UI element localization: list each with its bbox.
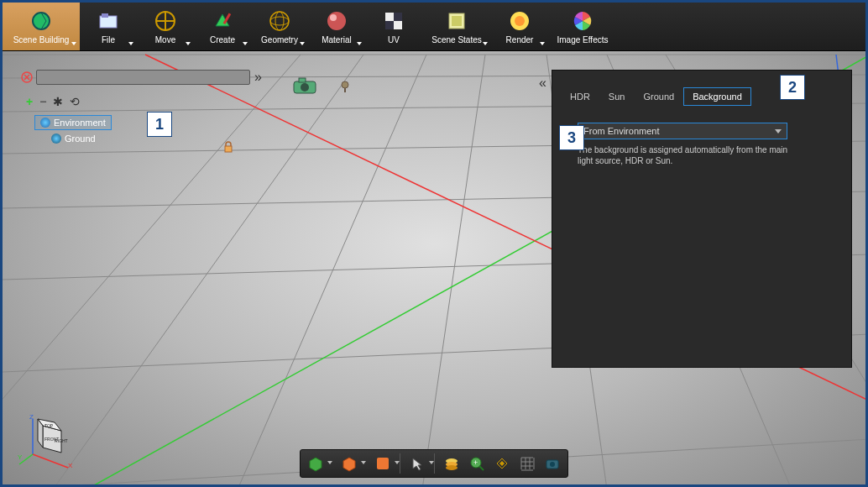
svg-point-34 xyxy=(515,16,525,26)
tree-item-environment[interactable]: Environment xyxy=(34,115,112,130)
svg-text:+: + xyxy=(473,458,478,467)
toolbar-create[interactable]: Create xyxy=(194,3,251,50)
environment-icon xyxy=(40,118,50,128)
search-input[interactable] xyxy=(36,70,250,85)
svg-rect-20 xyxy=(102,13,108,18)
scene-states-icon xyxy=(444,8,469,34)
svg-marker-55 xyxy=(310,458,322,471)
chevron-down-icon xyxy=(357,42,362,45)
svg-point-25 xyxy=(275,12,284,30)
image-effects-icon xyxy=(570,8,595,34)
chevron-down-icon xyxy=(775,129,782,134)
grid-snap-icon[interactable] xyxy=(490,453,514,474)
render-icon xyxy=(507,8,532,34)
refresh-icon[interactable]: ⟲ xyxy=(70,95,80,108)
view-mode-icon[interactable] xyxy=(304,453,327,474)
move-icon xyxy=(153,8,178,34)
toolbar-label: Material xyxy=(322,35,352,45)
background-source-dropdown[interactable]: From Environment xyxy=(578,123,787,139)
tab-hdr[interactable]: HDR xyxy=(561,87,599,106)
layers-icon[interactable] xyxy=(440,453,463,474)
toolbar-uv[interactable]: UV xyxy=(365,3,422,50)
svg-text:Z: Z xyxy=(29,413,34,421)
callout-1: 1 xyxy=(147,112,172,137)
tree-item-label: Environment xyxy=(54,118,106,128)
svg-rect-38 xyxy=(299,78,306,82)
snapshot-icon[interactable] xyxy=(541,453,564,474)
toolbar-render[interactable]: Render xyxy=(491,3,548,50)
toolbar-material[interactable]: Material xyxy=(308,3,365,50)
settings-icon[interactable]: ✱ xyxy=(53,95,63,108)
chevron-down-icon xyxy=(395,461,400,464)
tab-ground[interactable]: Ground xyxy=(634,87,683,106)
toolbar-label: Render xyxy=(506,35,534,45)
svg-point-67 xyxy=(550,462,555,467)
svg-marker-65 xyxy=(499,461,505,466)
tab-background[interactable]: Background xyxy=(683,87,751,106)
svg-line-4 xyxy=(422,55,485,484)
close-icon[interactable] xyxy=(21,71,33,83)
chevron-down-icon xyxy=(483,42,488,45)
svg-rect-32 xyxy=(452,16,462,26)
svg-point-37 xyxy=(301,83,309,92)
toolbar-image-effects[interactable]: Image Effects xyxy=(548,3,617,50)
geometry-icon xyxy=(267,8,292,34)
tab-sun[interactable]: Sun xyxy=(599,87,635,106)
toolbar-label: File xyxy=(102,35,115,45)
wireframe-icon[interactable] xyxy=(337,453,361,474)
dropdown-value: From Environment xyxy=(583,126,659,136)
camera-icon[interactable] xyxy=(292,76,317,97)
svg-line-62 xyxy=(479,466,484,470)
toolbar-label: Geometry xyxy=(261,35,298,45)
ground-icon xyxy=(51,134,61,144)
pin-icon[interactable] xyxy=(338,80,352,95)
chevron-down-icon xyxy=(186,42,191,45)
toolbar-file[interactable]: File xyxy=(80,3,137,50)
chevron-down-icon xyxy=(300,42,305,45)
svg-rect-30 xyxy=(394,21,402,29)
chevron-down-icon xyxy=(71,42,76,45)
scene-tree: Environment Ground xyxy=(34,115,112,145)
toolbar-scene-states[interactable]: Scene States xyxy=(422,3,491,50)
chevron-down-icon xyxy=(429,461,434,464)
separator xyxy=(434,453,435,474)
uv-icon xyxy=(381,8,406,34)
add-icon[interactable]: + xyxy=(26,95,33,108)
callout-2: 2 xyxy=(780,75,805,100)
material-icon xyxy=(324,8,349,34)
main-toolbar: Scene Building File Move Create Geometry xyxy=(3,3,865,51)
toolbar-label: Move xyxy=(155,35,175,45)
create-icon xyxy=(210,8,235,34)
svg-text:X: X xyxy=(68,462,73,469)
chevron-down-icon xyxy=(243,42,248,45)
chevron-down-icon xyxy=(128,42,133,45)
scene-building-icon xyxy=(29,8,54,34)
svg-marker-56 xyxy=(343,458,355,471)
grid-icon[interactable] xyxy=(515,453,539,474)
expand-chevron-icon[interactable]: » xyxy=(254,70,262,85)
zoom-icon[interactable]: + xyxy=(465,453,489,474)
toolbar-scene-building[interactable]: Scene Building xyxy=(3,3,80,50)
toolbar-move[interactable]: Move xyxy=(137,3,194,50)
svg-point-23 xyxy=(270,12,289,30)
svg-point-27 xyxy=(330,14,337,21)
svg-rect-19 xyxy=(100,16,117,28)
background-description: The background is assigned automatically… xyxy=(578,144,796,166)
chevron-down-icon xyxy=(540,42,545,45)
panel-tabs: HDR Sun Ground Background xyxy=(552,71,851,111)
svg-point-39 xyxy=(342,81,348,88)
tree-toolbar: + − ✱ ⟲ xyxy=(26,95,80,108)
svg-line-3 xyxy=(238,55,426,484)
solid-icon[interactable] xyxy=(371,453,395,474)
toolbar-geometry[interactable]: Geometry xyxy=(251,3,308,50)
view-cube[interactable]: Z X Y TOP FRONT RIGHT xyxy=(18,411,76,469)
toolbar-label: Scene States xyxy=(431,35,481,45)
collapse-chevron-icon[interactable]: « xyxy=(539,76,546,91)
chevron-down-icon xyxy=(327,461,332,464)
pointer-icon[interactable] xyxy=(405,453,429,474)
remove-icon[interactable]: − xyxy=(39,95,46,108)
toolbar-label: Image Effects xyxy=(557,35,609,45)
callout-3: 3 xyxy=(559,125,584,150)
tree-item-ground[interactable]: Ground xyxy=(46,132,112,145)
svg-rect-57 xyxy=(377,458,389,469)
